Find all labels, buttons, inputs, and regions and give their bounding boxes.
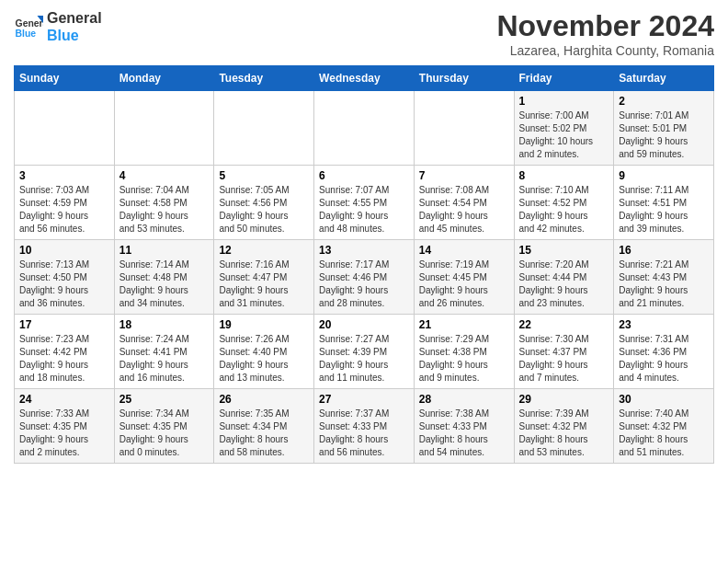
- svg-text:Blue: Blue: [16, 29, 37, 39]
- day-info: Sunrise: 7:21 AM Sunset: 4:43 PM Dayligh…: [619, 259, 709, 310]
- logo-general: General: [47, 9, 102, 27]
- calendar-header: SundayMondayTuesdayWednesdayThursdayFrid…: [15, 66, 714, 91]
- calendar-cell: 3Sunrise: 7:03 AM Sunset: 4:59 PM Daylig…: [15, 166, 115, 240]
- day-info: Sunrise: 7:10 AM Sunset: 4:52 PM Dayligh…: [519, 184, 609, 236]
- calendar-cell: [114, 91, 214, 166]
- day-number: 17: [19, 318, 109, 331]
- day-info: Sunrise: 7:13 AM Sunset: 4:50 PM Dayligh…: [19, 259, 109, 310]
- month-title: November 2024: [496, 9, 714, 43]
- day-info: Sunrise: 7:16 AM Sunset: 4:47 PM Dayligh…: [219, 259, 309, 310]
- day-number: 22: [519, 318, 609, 331]
- day-number: 12: [219, 244, 309, 257]
- day-info: Sunrise: 7:03 AM Sunset: 4:59 PM Dayligh…: [19, 184, 109, 236]
- day-info: Sunrise: 7:14 AM Sunset: 4:48 PM Dayligh…: [119, 259, 210, 310]
- day-info: Sunrise: 7:37 AM Sunset: 4:33 PM Dayligh…: [319, 408, 409, 459]
- calendar-cell: 25Sunrise: 7:34 AM Sunset: 4:35 PM Dayli…: [114, 389, 214, 464]
- day-info: Sunrise: 7:05 AM Sunset: 4:56 PM Dayligh…: [219, 184, 309, 236]
- day-number: 15: [519, 244, 609, 257]
- calendar-cell: 30Sunrise: 7:40 AM Sunset: 4:32 PM Dayli…: [614, 389, 714, 464]
- svg-text:General: General: [16, 18, 43, 29]
- calendar-cell: 28Sunrise: 7:38 AM Sunset: 4:33 PM Dayli…: [414, 389, 514, 464]
- calendar-cell: 12Sunrise: 7:16 AM Sunset: 4:47 PM Dayli…: [214, 240, 314, 315]
- day-info: Sunrise: 7:35 AM Sunset: 4:34 PM Dayligh…: [219, 408, 309, 459]
- location-subtitle: Lazarea, Harghita County, Romania: [496, 43, 714, 58]
- title-block: November 2024 Lazarea, Harghita County, …: [496, 9, 714, 58]
- day-info: Sunrise: 7:01 AM Sunset: 5:01 PM Dayligh…: [619, 109, 709, 161]
- day-info: Sunrise: 7:23 AM Sunset: 4:42 PM Dayligh…: [19, 333, 109, 385]
- weekday-friday: Friday: [514, 66, 614, 91]
- day-number: 14: [419, 244, 509, 257]
- calendar-cell: 20Sunrise: 7:27 AM Sunset: 4:39 PM Dayli…: [314, 315, 415, 389]
- calendar-table: SundayMondayTuesdayWednesdayThursdayFrid…: [14, 65, 714, 464]
- calendar-body: 1Sunrise: 7:00 AM Sunset: 5:02 PM Daylig…: [15, 91, 714, 464]
- logo-icon: General Blue: [14, 12, 43, 41]
- logo: General Blue General Blue: [14, 9, 102, 44]
- day-number: 19: [219, 318, 309, 331]
- day-number: 18: [119, 318, 210, 331]
- calendar-cell: 11Sunrise: 7:14 AM Sunset: 4:48 PM Dayli…: [114, 240, 214, 315]
- day-number: 27: [319, 393, 409, 406]
- day-number: 3: [19, 169, 109, 182]
- calendar-cell: 9Sunrise: 7:11 AM Sunset: 4:51 PM Daylig…: [614, 166, 714, 240]
- day-number: 4: [119, 169, 210, 182]
- calendar-cell: 8Sunrise: 7:10 AM Sunset: 4:52 PM Daylig…: [514, 166, 614, 240]
- calendar-week-2: 3Sunrise: 7:03 AM Sunset: 4:59 PM Daylig…: [15, 166, 714, 240]
- day-number: 9: [619, 169, 709, 182]
- day-number: 13: [319, 244, 409, 257]
- day-number: 20: [319, 318, 409, 331]
- calendar-week-1: 1Sunrise: 7:00 AM Sunset: 5:02 PM Daylig…: [15, 91, 714, 166]
- day-number: 28: [419, 393, 509, 406]
- day-info: Sunrise: 7:34 AM Sunset: 4:35 PM Dayligh…: [119, 408, 210, 459]
- weekday-saturday: Saturday: [614, 66, 714, 91]
- weekday-tuesday: Tuesday: [214, 66, 314, 91]
- day-number: 29: [519, 393, 609, 406]
- calendar-cell: 2Sunrise: 7:01 AM Sunset: 5:01 PM Daylig…: [614, 91, 714, 166]
- calendar-cell: 6Sunrise: 7:07 AM Sunset: 4:55 PM Daylig…: [314, 166, 415, 240]
- calendar-cell: 18Sunrise: 7:24 AM Sunset: 4:41 PM Dayli…: [114, 315, 214, 389]
- day-info: Sunrise: 7:38 AM Sunset: 4:33 PM Dayligh…: [419, 408, 509, 459]
- day-info: Sunrise: 7:26 AM Sunset: 4:40 PM Dayligh…: [219, 333, 309, 385]
- calendar-cell: 15Sunrise: 7:20 AM Sunset: 4:44 PM Dayli…: [514, 240, 614, 315]
- logo-blue: Blue: [47, 27, 102, 44]
- calendar-cell: 16Sunrise: 7:21 AM Sunset: 4:43 PM Dayli…: [614, 240, 714, 315]
- calendar-cell: [314, 91, 415, 166]
- weekday-monday: Monday: [114, 66, 214, 91]
- calendar-cell: 17Sunrise: 7:23 AM Sunset: 4:42 PM Dayli…: [15, 315, 115, 389]
- day-info: Sunrise: 7:29 AM Sunset: 4:38 PM Dayligh…: [419, 333, 509, 385]
- day-info: Sunrise: 7:27 AM Sunset: 4:39 PM Dayligh…: [319, 333, 409, 385]
- day-info: Sunrise: 7:33 AM Sunset: 4:35 PM Dayligh…: [19, 408, 109, 459]
- day-number: 10: [19, 244, 109, 257]
- day-number: 21: [419, 318, 509, 331]
- day-info: Sunrise: 7:40 AM Sunset: 4:32 PM Dayligh…: [619, 408, 709, 459]
- day-info: Sunrise: 7:08 AM Sunset: 4:54 PM Dayligh…: [419, 184, 509, 236]
- day-info: Sunrise: 7:17 AM Sunset: 4:46 PM Dayligh…: [319, 259, 409, 310]
- day-number: 1: [519, 95, 609, 108]
- day-info: Sunrise: 7:39 AM Sunset: 4:32 PM Dayligh…: [519, 408, 609, 459]
- calendar-week-5: 24Sunrise: 7:33 AM Sunset: 4:35 PM Dayli…: [15, 389, 714, 464]
- calendar-cell: [214, 91, 314, 166]
- day-number: 11: [119, 244, 210, 257]
- day-info: Sunrise: 7:20 AM Sunset: 4:44 PM Dayligh…: [519, 259, 609, 310]
- calendar-cell: 21Sunrise: 7:29 AM Sunset: 4:38 PM Dayli…: [414, 315, 514, 389]
- calendar-cell: 19Sunrise: 7:26 AM Sunset: 4:40 PM Dayli…: [214, 315, 314, 389]
- calendar-cell: 22Sunrise: 7:30 AM Sunset: 4:37 PM Dayli…: [514, 315, 614, 389]
- day-info: Sunrise: 7:11 AM Sunset: 4:51 PM Dayligh…: [619, 184, 709, 236]
- day-info: Sunrise: 7:00 AM Sunset: 5:02 PM Dayligh…: [519, 109, 609, 161]
- calendar-week-3: 10Sunrise: 7:13 AM Sunset: 4:50 PM Dayli…: [15, 240, 714, 315]
- day-number: 16: [619, 244, 709, 257]
- day-number: 30: [619, 393, 709, 406]
- calendar-cell: 13Sunrise: 7:17 AM Sunset: 4:46 PM Dayli…: [314, 240, 415, 315]
- calendar-cell: 7Sunrise: 7:08 AM Sunset: 4:54 PM Daylig…: [414, 166, 514, 240]
- day-info: Sunrise: 7:24 AM Sunset: 4:41 PM Dayligh…: [119, 333, 210, 385]
- day-number: 24: [19, 393, 109, 406]
- day-info: Sunrise: 7:30 AM Sunset: 4:37 PM Dayligh…: [519, 333, 609, 385]
- calendar-cell: 1Sunrise: 7:00 AM Sunset: 5:02 PM Daylig…: [514, 91, 614, 166]
- page-header: General Blue General Blue November 2024 …: [14, 9, 714, 58]
- calendar-cell: 4Sunrise: 7:04 AM Sunset: 4:58 PM Daylig…: [114, 166, 214, 240]
- calendar-week-4: 17Sunrise: 7:23 AM Sunset: 4:42 PM Dayli…: [15, 315, 714, 389]
- day-number: 2: [619, 95, 709, 108]
- calendar-cell: 5Sunrise: 7:05 AM Sunset: 4:56 PM Daylig…: [214, 166, 314, 240]
- day-number: 26: [219, 393, 309, 406]
- calendar-cell: 10Sunrise: 7:13 AM Sunset: 4:50 PM Dayli…: [15, 240, 115, 315]
- calendar-cell: 29Sunrise: 7:39 AM Sunset: 4:32 PM Dayli…: [514, 389, 614, 464]
